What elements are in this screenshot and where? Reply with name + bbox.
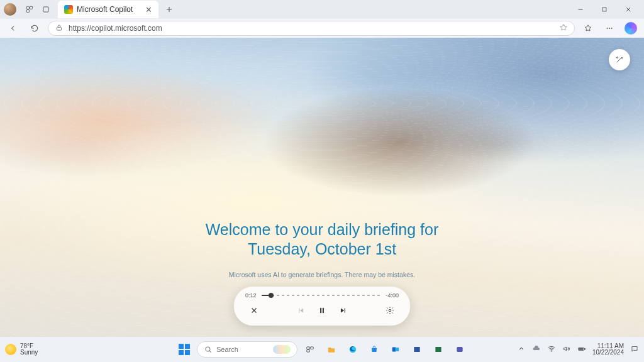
svg-point-6: [607, 28, 608, 29]
app-store-icon[interactable]: [365, 341, 383, 358]
seek-bar[interactable]: [262, 292, 381, 299]
svg-point-22: [551, 351, 552, 351]
app-word-icon[interactable]: [408, 341, 426, 358]
briefing-heading: Welcome to your daily briefing for Tuesd…: [0, 220, 644, 260]
svg-point-8: [611, 28, 613, 29]
nav-back-button[interactable]: [5, 20, 21, 36]
svg-rect-9: [320, 308, 321, 313]
svg-rect-20: [435, 347, 441, 352]
workspaces-icon[interactable]: [21, 1, 38, 18]
weather-widget[interactable]: 78°F Sunny: [5, 343, 38, 356]
tab-actions-icon[interactable]: [38, 1, 54, 18]
tray-battery-icon[interactable]: [577, 344, 586, 354]
tab-close-icon[interactable]: ✕: [145, 5, 152, 14]
svg-rect-24: [584, 348, 585, 349]
settings-more-button[interactable]: [601, 20, 618, 36]
url-text: https://copilot.microsoft.com: [69, 24, 554, 33]
pause-button[interactable]: [313, 302, 331, 319]
copilot-sidebar-button[interactable]: [623, 20, 639, 36]
taskbar-search[interactable]: Search: [197, 341, 297, 358]
new-tab-button[interactable]: [161, 1, 177, 18]
site-info-lock-icon[interactable]: [55, 23, 64, 33]
svg-rect-4: [602, 8, 606, 11]
nav-refresh-button[interactable]: [26, 20, 43, 36]
tray-volume-icon[interactable]: [562, 344, 571, 354]
window-minimize[interactable]: [569, 0, 592, 19]
weather-desc: Sunny: [20, 349, 38, 356]
search-decor: [273, 345, 291, 354]
tray-wifi-icon[interactable]: [547, 344, 556, 354]
svg-rect-10: [323, 308, 324, 313]
tab-title: Microsoft Copilot: [77, 5, 133, 14]
svg-rect-2: [26, 10, 29, 13]
svg-rect-14: [311, 347, 314, 349]
search-placeholder: Search: [216, 346, 238, 353]
page-content: Welcome to your daily briefing for Tuesd…: [0, 38, 644, 337]
browser-tab-active[interactable]: Microsoft Copilot ✕: [58, 1, 158, 18]
player-close-button[interactable]: [245, 302, 263, 319]
address-bar[interactable]: https://copilot.microsoft.com: [48, 21, 575, 36]
svg-point-7: [609, 28, 610, 29]
start-button[interactable]: [175, 341, 193, 358]
app-outlook-icon[interactable]: [387, 341, 404, 358]
weather-sun-icon: [5, 344, 16, 355]
svg-rect-18: [395, 348, 399, 351]
svg-rect-1: [30, 6, 33, 9]
svg-rect-3: [43, 7, 48, 12]
svg-rect-5: [57, 27, 62, 30]
app-teams-icon[interactable]: [451, 341, 469, 358]
favorite-star-icon[interactable]: [559, 23, 568, 34]
audio-player: 0:12 -4:00: [234, 287, 410, 326]
ai-disclaimer: Microsoft uses AI to generate briefings.…: [0, 271, 644, 278]
notifications-button[interactable]: [630, 344, 639, 354]
remaining-time: -4:00: [386, 292, 399, 299]
tab-favicon: [64, 5, 73, 14]
search-icon: [204, 345, 213, 354]
svg-rect-0: [26, 6, 29, 9]
svg-rect-25: [579, 348, 583, 349]
app-excel-icon[interactable]: [430, 341, 447, 358]
tray-onedrive-icon[interactable]: [532, 344, 541, 354]
previous-track-button[interactable]: [292, 302, 309, 319]
elapsed-time: 0:12: [245, 292, 257, 299]
svg-rect-15: [307, 350, 310, 353]
system-clock[interactable]: 11:11 AM 10/22/2024: [592, 343, 624, 356]
favorites-button[interactable]: [580, 20, 596, 36]
window-maximize[interactable]: [592, 0, 616, 19]
window-close[interactable]: [616, 0, 640, 19]
svg-point-12: [206, 347, 210, 351]
svg-rect-19: [414, 347, 419, 352]
svg-rect-13: [307, 347, 310, 349]
svg-point-11: [389, 309, 391, 312]
app-explorer-icon[interactable]: [323, 341, 340, 358]
app-edge-icon[interactable]: [344, 341, 362, 358]
svg-rect-21: [457, 347, 462, 352]
tray-chevron-icon[interactable]: [517, 344, 526, 354]
profile-avatar[interactable]: [4, 3, 16, 16]
next-track-button[interactable]: [335, 302, 352, 319]
player-settings-button[interactable]: [381, 302, 399, 319]
task-view-button[interactable]: [301, 341, 319, 358]
customize-wand-button[interactable]: [609, 49, 630, 70]
